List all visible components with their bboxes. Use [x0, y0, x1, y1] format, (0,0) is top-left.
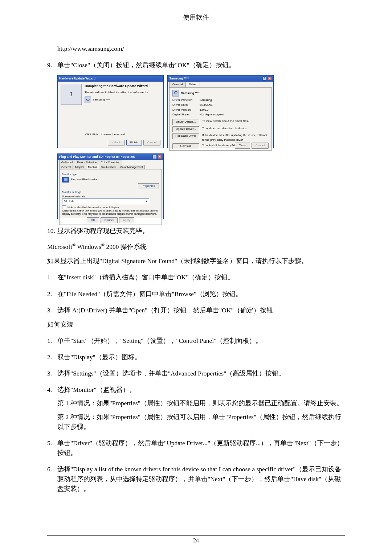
n: 5. [47, 438, 57, 458]
t: 并单击" [107, 307, 131, 314]
d: To view details about the driver files. [202, 119, 269, 123]
t: "（打开）按钮，然后单击" [145, 307, 222, 314]
t: "（未找到数字签名）窗口，请执行以下步骤。 [175, 257, 308, 264]
t: Properties [228, 413, 254, 420]
t: Display a list of the known drivers for … [73, 465, 293, 473]
refresh-label: Screen refresh rate: [62, 194, 159, 199]
dsnf-step1: 在"Insert disk"（请插入磁盘）窗口中单击"OK"（确定）按钮。 [57, 272, 345, 282]
help-icon[interactable]: ? [152, 155, 157, 159]
t: Setting [123, 337, 141, 344]
t: "（开始），" [85, 337, 123, 344]
t: Close [73, 61, 87, 69]
t: "（设置），" [141, 337, 179, 344]
t: 第 1 种情况：如果" [57, 399, 112, 407]
pnp-properties-dialog: Plug and Play Monitor and 3D Prophet III… [57, 153, 164, 219]
uninstall-button[interactable]: Uninstall [172, 143, 199, 149]
k: Driver Date: [172, 103, 200, 107]
device-icon: 🖵 [85, 97, 91, 103]
tab-row2[interactable]: Adapter [73, 165, 86, 169]
wizard-titlebar: Hardware Update Wizard [58, 75, 163, 82]
help-icon[interactable]: ? [262, 77, 267, 81]
k: Digital Signer: [172, 112, 200, 117]
item9-text: 单击"Close"（关闭）按钮，然后继续单击"OK"（确定）按钮。 [57, 60, 345, 70]
case1: 第 1 种情况：如果"Properties"（属性）按钮不能启用，则表示您的显示… [57, 398, 345, 408]
t: "（属性）按钮可以启用，单击" [138, 413, 228, 420]
howto-step1: 单击"Start"（开始），"Setting"（设置），"Control Pan… [57, 336, 345, 346]
tab-row1[interactable]: Color Correction [99, 160, 122, 164]
n: 1. [47, 272, 57, 282]
pnp-ok-button[interactable]: OK [87, 217, 99, 223]
t: Properties [112, 413, 138, 420]
tab-row1[interactable]: Device Selection [75, 160, 99, 164]
n: 4. [47, 385, 57, 395]
tab-row2[interactable]: Troubleshoot [99, 165, 118, 169]
howto-step6: 选择"Display a list of the known drivers f… [57, 464, 345, 494]
item10-number: 10. [47, 226, 57, 236]
close-icon[interactable]: × [268, 77, 272, 81]
t: Monitor [73, 386, 94, 393]
howto-step4: 选择"Monitor"（监视器）。 [57, 385, 345, 395]
main-content: http://www.samsung.com/ 9. 单击"Close"（关闭）… [47, 44, 345, 494]
tab-driver[interactable]: Driver [185, 82, 200, 87]
drv-name: Samsung **** [181, 91, 200, 95]
t: "（浏览）按钮。 [194, 290, 242, 297]
update-driver-button[interactable]: Update Driver... [172, 126, 199, 132]
tab-row1[interactable]: GeForce3 [59, 160, 75, 164]
t: "（显示）图标。 [93, 353, 141, 361]
tab-row2[interactable]: Color Management [118, 165, 145, 169]
wizard-finish-button[interactable]: Finish [126, 140, 142, 145]
t: Advanced Properties [171, 370, 224, 377]
t: "（控制面板）。 [214, 337, 262, 344]
t: OK [177, 61, 187, 69]
pnp-properties-button[interactable]: Properties [138, 183, 159, 189]
t: 在" [57, 274, 66, 281]
t: 单击" [57, 337, 73, 344]
wizard-cancel-button[interactable]: Cancel [143, 140, 160, 145]
drv-title: Samsung **** [169, 76, 189, 81]
t: OK [177, 274, 186, 281]
k: Driver Version: [172, 108, 200, 112]
monitor-icon [62, 177, 69, 182]
t: Next [210, 475, 222, 483]
pnp-apply-button[interactable]: Apply [119, 217, 134, 223]
samsung-url: http://www.samsung.com/ [57, 44, 345, 54]
drv-close-button[interactable]: Close [235, 143, 250, 148]
item9-number: 9. [47, 60, 57, 70]
t: Browse [175, 290, 194, 297]
n: 1. [47, 336, 57, 346]
t: Next [296, 439, 308, 447]
t: "（属性）按钮不能启用，则表示您的显示器已正确配置。请终止安装。 [138, 399, 343, 407]
drv-cancel-button[interactable]: Cancel [252, 143, 269, 148]
v: Samsung [200, 98, 212, 102]
pnp-title: Plug and Play Monitor and 3D Prophet III… [59, 155, 135, 159]
t: Digital Signature Not Found [102, 257, 175, 264]
page-header: 使用软件 [47, 13, 345, 24]
t: 如果显示器上出现" [47, 257, 102, 264]
pnp-cancel-button[interactable]: Cancel [101, 217, 118, 223]
t: "（监视器）。 [94, 386, 136, 393]
grp-monitor-type: Monitor type [62, 172, 159, 177]
n: 3. [47, 305, 57, 315]
tab-general[interactable]: General [169, 82, 186, 87]
t: "（确定）按钮。 [231, 307, 279, 314]
t: 选择 [57, 307, 72, 314]
wizard-back-button[interactable]: < Back [108, 140, 125, 145]
howto-heading: 如何安装 [47, 320, 345, 329]
tab-row2[interactable]: General [59, 165, 73, 169]
wizard-device: Samsung **** [93, 98, 110, 102]
rollback-driver-button[interactable]: Roll Back Driver [172, 133, 199, 139]
wizard-line1: The wizard has finished installing the s… [85, 90, 160, 95]
pnp-titlebar: Plug and Play Monitor and 3D Prophet III… [58, 154, 163, 160]
tab-monitor[interactable]: Monitor [86, 165, 99, 169]
t: "（所需文件）窗口中单击" [97, 290, 174, 297]
close-icon[interactable]: × [158, 155, 162, 159]
dsnf-step2: 在"File Needed"（所需文件）窗口中单击"Browse"（浏览）按钮。 [57, 289, 345, 299]
t: "（确定）按钮。 [187, 61, 235, 69]
wizard-line2: Click Finish to close the wizard. [85, 132, 126, 137]
case2: 第 2 种情况：如果"Properties"（属性）按钮可以启用，单击"Prop… [57, 412, 345, 432]
t: "（更新驱动程序...），再单击" [208, 439, 296, 447]
t: 双击" [57, 353, 73, 361]
driver-details-button[interactable]: Driver Details... [172, 119, 199, 125]
refresh-rate-select[interactable]: 60 Hertz▾ [62, 198, 149, 204]
refresh-value: 60 Hertz [64, 199, 74, 204]
